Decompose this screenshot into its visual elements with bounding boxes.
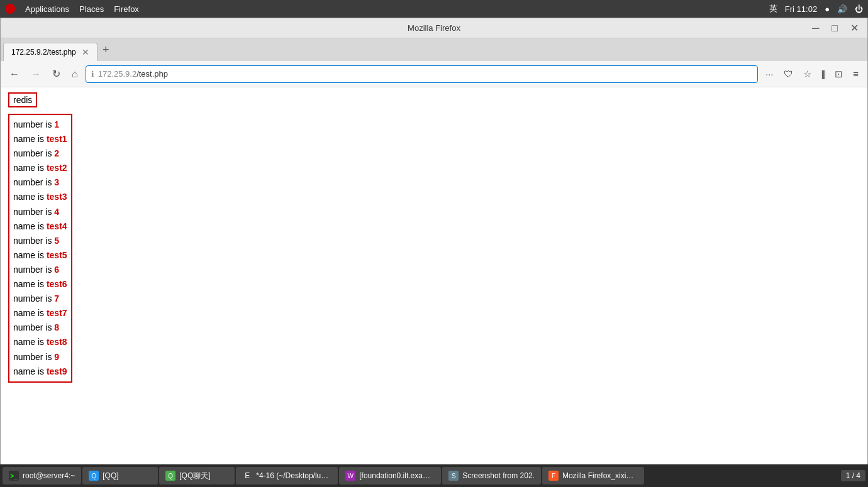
editor-icon: E xyxy=(242,471,252,481)
forward-button[interactable]: → xyxy=(27,66,45,82)
terminal-icon: >_ xyxy=(9,471,19,481)
window-title: Mozilla Firefox xyxy=(408,23,460,33)
taskbar-item-qq[interactable]: Q[QQ] xyxy=(82,467,158,484)
url-path: /test.php xyxy=(136,69,168,79)
taskbar-item-label: [QQ] xyxy=(103,471,118,480)
line-label: name is xyxy=(13,308,47,318)
window-controls: ─ □ ✕ xyxy=(808,21,862,35)
line-value: 7 xyxy=(54,293,59,304)
url-bar[interactable]: ℹ 172.25.9.2/test.php xyxy=(86,65,758,83)
bookmark-button[interactable]: ☆ xyxy=(799,66,815,82)
applications-menu[interactable]: Applications xyxy=(25,4,69,14)
system-bar-left: Applications Places Firefox xyxy=(5,4,139,14)
content-line: name is test7 xyxy=(13,306,67,320)
line-label: name is xyxy=(13,366,47,376)
content-line: name is test9 xyxy=(13,364,67,379)
content-line: number is 5 xyxy=(13,234,67,248)
page-content: redis number is 1name is test1number is … xyxy=(1,87,867,465)
content-line: number is 2 xyxy=(13,146,67,161)
content-line: name is test6 xyxy=(13,277,67,292)
line-value: 8 xyxy=(54,322,59,332)
volume-icon: 🔊 xyxy=(837,4,847,14)
screenshot-icon: S xyxy=(448,471,459,481)
url-text: 172.25.9.2/test.php xyxy=(98,69,168,79)
home-button[interactable]: ⌂ xyxy=(68,66,82,82)
content-lines: number is 1name is test1number is 2name … xyxy=(13,118,67,379)
taskbar: >_root@server4:~Q[QQ]Q[QQ聊天]E*4-16 (~/De… xyxy=(0,464,868,487)
firefox-window: Mozilla Firefox ─ □ ✕ 172.25.9.2/test.ph… xyxy=(0,18,868,466)
reading-list-button[interactable]: ||| xyxy=(818,66,829,82)
qqchat-icon: Q xyxy=(165,471,175,481)
content-line: name is test5 xyxy=(13,248,67,263)
line-value: test4 xyxy=(47,221,67,231)
line-label: name is xyxy=(13,134,47,144)
places-menu[interactable]: Places xyxy=(79,4,104,14)
line-value: 4 xyxy=(54,207,59,217)
reload-button[interactable]: ↻ xyxy=(48,65,64,82)
content-line: name is test2 xyxy=(13,161,67,175)
line-label: number is xyxy=(13,207,54,217)
synced-tabs-button[interactable]: ⊡ xyxy=(831,66,847,82)
content-line: number is 7 xyxy=(13,292,67,306)
line-value: test8 xyxy=(47,337,67,347)
line-label: name is xyxy=(13,192,47,202)
pocket-button[interactable]: 🛡 xyxy=(780,66,797,82)
line-value: test3 xyxy=(47,192,67,202)
content-line: name is test8 xyxy=(13,335,67,349)
nav-bar: ← → ↻ ⌂ ℹ 172.25.9.2/test.php ··· 🛡 ☆ ||… xyxy=(1,61,867,87)
line-value: test1 xyxy=(47,134,67,144)
taskbar-item-label: [QQ聊天] xyxy=(179,471,210,481)
system-bar-right: 英 Fri 11:02 ● 🔊 ⏻ xyxy=(769,3,863,14)
firefox-menu[interactable]: Firefox xyxy=(114,4,139,14)
taskbar-item-qqchat[interactable]: Q[QQ聊天] xyxy=(159,467,235,484)
network-icon: ● xyxy=(825,4,830,14)
close-button[interactable]: ✕ xyxy=(847,21,862,35)
maximize-button[interactable]: □ xyxy=(828,21,842,35)
line-value: test5 xyxy=(47,250,67,260)
line-value: test7 xyxy=(47,308,67,318)
taskbar-item-screenshot[interactable]: SScreenshot from 202. xyxy=(442,467,541,484)
taskbar-item-editor[interactable]: E*4-16 (~/Desktop/luxi... xyxy=(236,467,338,484)
taskbar-item-label: [foundation0.ilt.exampl... xyxy=(359,471,435,480)
more-button[interactable]: ··· xyxy=(762,66,777,82)
content-line: number is 1 xyxy=(13,118,67,132)
content-line: number is 6 xyxy=(13,263,67,277)
active-tab[interactable]: 172.25.9.2/test.php ✕ xyxy=(3,43,97,61)
web-icon: W xyxy=(345,471,355,481)
taskbar-item-label: Mozilla Firefox_xixin_448... xyxy=(562,471,638,480)
firefox-icon: F xyxy=(548,471,559,481)
line-value: 9 xyxy=(54,352,59,362)
line-label: name is xyxy=(13,279,47,289)
tab-bar: 172.25.9.2/test.php ✕ + xyxy=(1,38,867,61)
content-line: number is 9 xyxy=(13,350,67,364)
taskbar-item-label: root@server4:~ xyxy=(23,471,75,480)
line-label: number is xyxy=(13,236,54,246)
nav-right-buttons: ··· 🛡 ☆ ||| ⊡ ≡ xyxy=(762,66,862,82)
qq-icon: Q xyxy=(89,471,99,481)
content-line: name is test1 xyxy=(13,132,67,146)
taskbar-item-web[interactable]: W[foundation0.ilt.exampl... xyxy=(339,467,441,484)
hamburger-menu[interactable]: ≡ xyxy=(849,66,862,82)
taskbar-item-label: *4-16 (~/Desktop/luxi... xyxy=(256,471,331,480)
line-label: number is xyxy=(13,352,54,362)
line-value: test6 xyxy=(47,279,67,289)
content-line: number is 3 xyxy=(13,175,67,190)
line-label: name is xyxy=(13,337,47,347)
taskbar-right: 1 / 4 xyxy=(841,470,865,481)
taskbar-item-firefox[interactable]: FMozilla Firefox_xixin_448... xyxy=(542,467,644,484)
line-label: number is xyxy=(13,119,54,129)
clock: Fri 11:02 xyxy=(785,4,817,14)
tab-close-button[interactable]: ✕ xyxy=(82,47,89,57)
line-value: 5 xyxy=(54,236,59,246)
taskbar-item-label: Screenshot from 202. xyxy=(462,471,535,480)
url-scheme: 172.25.9.2 xyxy=(98,69,136,79)
new-tab-button[interactable]: + xyxy=(97,43,114,57)
minimize-button[interactable]: ─ xyxy=(808,21,823,35)
distro-icon xyxy=(5,4,15,14)
content-line: number is 4 xyxy=(13,205,67,219)
taskbar-item-terminal[interactable]: >_root@server4:~ xyxy=(3,467,81,484)
system-bar: Applications Places Firefox 英 Fri 11:02 … xyxy=(0,0,868,18)
line-value: test2 xyxy=(47,163,67,173)
back-button[interactable]: ← xyxy=(6,66,23,82)
power-icon[interactable]: ⏻ xyxy=(855,4,863,14)
